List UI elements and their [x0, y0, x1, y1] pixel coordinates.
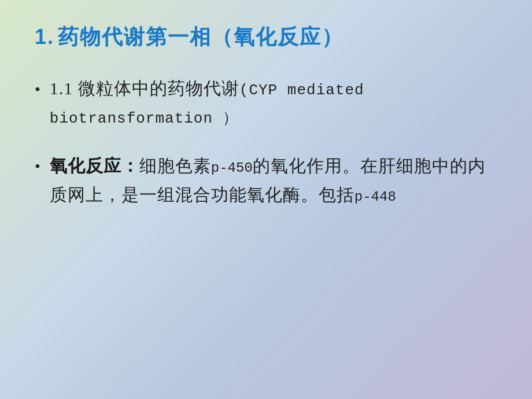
list-item: • 氧化反应：细胞色素p-450的氧化作用。在肝细胞中的内质网上，是一组混合功能…: [35, 152, 497, 209]
slide-title: 1.药物代谢第一相（氧化反应）: [35, 23, 497, 51]
bullet-1: •: [35, 77, 40, 103]
list-item: • 1.1 微粒体中的药物代谢(CYP mediated biotransfor…: [35, 75, 497, 131]
content-list: • 1.1 微粒体中的药物代谢(CYP mediated biotransfor…: [35, 75, 497, 209]
title-number: 1.: [35, 25, 54, 49]
item-1-chinese: 1.1 微粒体中的药物代谢: [50, 79, 239, 98]
slide-container: 1.药物代谢第一相（氧化反应） • 1.1 微粒体中的药物代谢(CYP medi…: [0, 0, 532, 399]
item-2-text: 氧化反应：细胞色素p-450的氧化作用。在肝细胞中的内质网上，是一组混合功能氧化…: [50, 152, 497, 209]
title-text: 药物代谢第一相（氧化反应）: [58, 25, 343, 49]
item-2-body: 细胞色素: [139, 156, 211, 175]
item-2-code1: p-450: [211, 160, 253, 176]
bullet-2: •: [35, 154, 40, 180]
title-section: 1.药物代谢第一相（氧化反应）: [35, 23, 497, 51]
item-1-text: 1.1 微粒体中的药物代谢(CYP mediated biotransforma…: [50, 75, 497, 131]
item-2-code2: p-448: [354, 189, 396, 205]
item-2-bold: 氧化反应：: [50, 156, 139, 175]
